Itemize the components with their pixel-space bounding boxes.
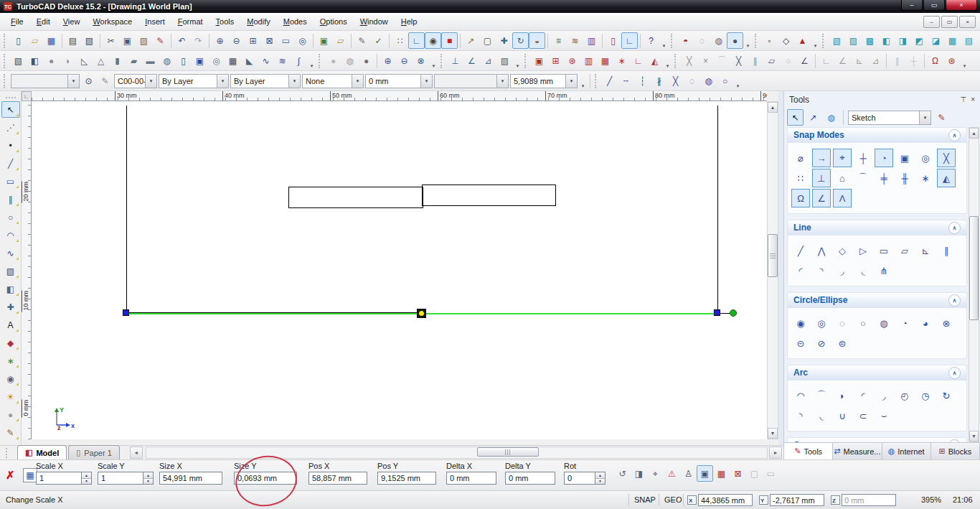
scale-x-stepper[interactable]: ▲▼: [82, 472, 92, 485]
snap-radial[interactable]: ∗: [916, 169, 935, 187]
pin-icon[interactable]: ⊤: [960, 95, 966, 103]
render-view[interactable]: ◒: [529, 32, 545, 49]
zoom-extents[interactable]: ⊠: [261, 32, 278, 49]
selector-degrade-warning[interactable]: ⚠: [664, 465, 680, 482]
hatch-tool[interactable]: ▨: [496, 52, 513, 69]
rotated-ellipse[interactable]: ⊘: [812, 334, 831, 352]
selection-handle-left[interactable]: [123, 309, 129, 316]
snap-toggle-tool[interactable]: ∗: [1, 352, 20, 369]
rectangle-tool[interactable]: ▭: [1, 173, 20, 190]
selector-style-6[interactable]: ◌: [684, 73, 700, 89]
arc-1-3-2[interactable]: ◷: [916, 386, 935, 405]
vertical-line-right[interactable]: [717, 106, 718, 314]
scroll-up-button[interactable]: ▲: [969, 128, 979, 139]
scale-y-input[interactable]: 1: [98, 472, 143, 485]
chamfer-b[interactable]: ⊾: [851, 52, 867, 69]
chevron-down-icon[interactable]: ▾: [496, 75, 508, 88]
tilted-cylinder[interactable]: ▰: [126, 52, 142, 69]
collapse-chevron-icon[interactable]: ∧: [948, 129, 961, 141]
array-fit[interactable]: ▦: [597, 52, 613, 69]
menu-item[interactable]: View: [57, 15, 87, 28]
overflow-3d[interactable]: ▾: [307, 53, 316, 69]
arc-tangent-to[interactable]: ◟: [812, 406, 831, 425]
menu-item[interactable]: Window: [354, 15, 395, 28]
selector-style-5[interactable]: ╳: [667, 73, 684, 89]
snap-bisector[interactable]: Λ: [833, 189, 852, 207]
view-iso-sw[interactable]: ▨: [845, 32, 862, 49]
fixed-ratio-arc[interactable]: ⌣: [875, 406, 893, 425]
scroll-down-button[interactable]: ▼: [768, 428, 778, 439]
line-segment-overlay[interactable]: [126, 312, 421, 313]
dimension-tool[interactable]: ✎: [1, 424, 20, 441]
close-button[interactable]: ×: [946, 0, 977, 11]
spline-tool[interactable]: ∿: [1, 245, 20, 261]
canvas-vertical-scrollbar[interactable]: ▲ ▼: [767, 101, 778, 439]
pos-x-input[interactable]: 58,857 mm: [308, 472, 367, 485]
wireframe-box[interactable]: ▢: [479, 32, 496, 49]
rectangle-left[interactable]: [288, 187, 423, 208]
fillet[interactable]: ∟: [818, 52, 834, 69]
trim-arc[interactable]: ⌒: [714, 52, 730, 69]
box-3d[interactable]: ▧: [10, 52, 27, 69]
horizontal-scroll-thumb[interactable]: [477, 447, 539, 457]
arc-tangent[interactable]: ◞: [875, 386, 893, 405]
tangent-from-arc[interactable]: ◝: [812, 261, 831, 280]
torus[interactable]: ◎: [208, 52, 225, 69]
slab[interactable]: ▬: [142, 52, 159, 69]
drawing-canvas[interactable]: Y x z: [32, 101, 767, 439]
palette-tab[interactable]: ✎ Tools: [784, 443, 833, 459]
tool-style-combo[interactable]: Sketch▾: [848, 111, 931, 125]
surface-3d[interactable]: ≋: [274, 52, 291, 69]
spell-check[interactable]: ✓: [370, 32, 387, 49]
mesh-grid[interactable]: ▦: [225, 52, 241, 69]
collapse-chevron-icon[interactable]: ∧: [948, 222, 961, 234]
snap-aperture[interactable]: ◭: [937, 169, 956, 187]
fill-color[interactable]: ■: [441, 32, 458, 49]
ortho-mode[interactable]: ∟: [408, 32, 425, 49]
vertical-line-left[interactable]: [126, 106, 127, 314]
render-teapot[interactable]: ◓: [677, 32, 694, 49]
arc-center-radius[interactable]: ◠: [791, 386, 810, 405]
pos-y-input[interactable]: 9,1525 mm: [377, 472, 436, 485]
snap-vertex[interactable]: ⌖: [833, 149, 852, 167]
no-snap[interactable]: ⌀: [791, 149, 810, 167]
palette-splitter[interactable]: [778, 91, 783, 459]
menu-item[interactable]: File: [4, 15, 30, 28]
array-radial[interactable]: ∗: [613, 52, 630, 69]
perpendicular-line[interactable]: ⊾: [916, 241, 935, 260]
palette-tab[interactable]: ⊞ Blocks: [931, 443, 980, 459]
selector-style-4[interactable]: ∦: [651, 73, 667, 89]
arc-tangent-from[interactable]: ◝: [791, 406, 810, 425]
overflow-select[interactable]: ▾: [811, 33, 820, 49]
tab-model[interactable]: ◧ Model: [17, 445, 67, 459]
view-iso-se[interactable]: ▧: [829, 32, 845, 49]
pan-view[interactable]: ✚: [496, 32, 512, 49]
arc-complement[interactable]: ↻: [937, 386, 956, 405]
ucs-move[interactable]: ⊥: [447, 52, 463, 69]
selector-2d-frame[interactable]: ▣: [697, 465, 713, 482]
array-rect[interactable]: ⊞: [547, 52, 564, 69]
select-window[interactable]: ▫: [761, 32, 778, 49]
tangent-two-arcs[interactable]: ◞: [833, 261, 852, 280]
irregular-polygon[interactable]: ▷: [854, 241, 872, 260]
paste[interactable]: ▨: [136, 32, 152, 49]
ghost-circle[interactable]: ○: [780, 52, 796, 69]
size-x-input[interactable]: 54,991 mm: [159, 472, 222, 485]
zoom-page[interactable]: ▭: [278, 32, 294, 49]
box-handles[interactable]: ▣: [192, 52, 208, 69]
print[interactable]: ▤: [65, 32, 81, 49]
menu-item[interactable]: Edit: [30, 15, 57, 28]
palette-eraser-tool[interactable]: ✎: [933, 109, 950, 126]
menu-item[interactable]: Help: [395, 15, 424, 28]
hemisphere[interactable]: ◗: [60, 52, 76, 69]
select-reference[interactable]: ◇: [778, 32, 794, 49]
scroll-left-button[interactable]: ◂: [130, 447, 143, 459]
zoom-window[interactable]: ⊞: [245, 32, 261, 49]
cylinder-handles[interactable]: ▯: [175, 52, 192, 69]
paint-tool[interactable]: ◆: [1, 335, 20, 351]
polyline-3d[interactable]: ∿: [258, 52, 274, 69]
construction-line-tool[interactable]: ⋰: [1, 119, 20, 136]
magnetic-point[interactable]: Ω: [791, 189, 810, 207]
selector-style-7[interactable]: ◍: [700, 73, 717, 89]
maximize-button[interactable]: ▭: [923, 0, 945, 11]
